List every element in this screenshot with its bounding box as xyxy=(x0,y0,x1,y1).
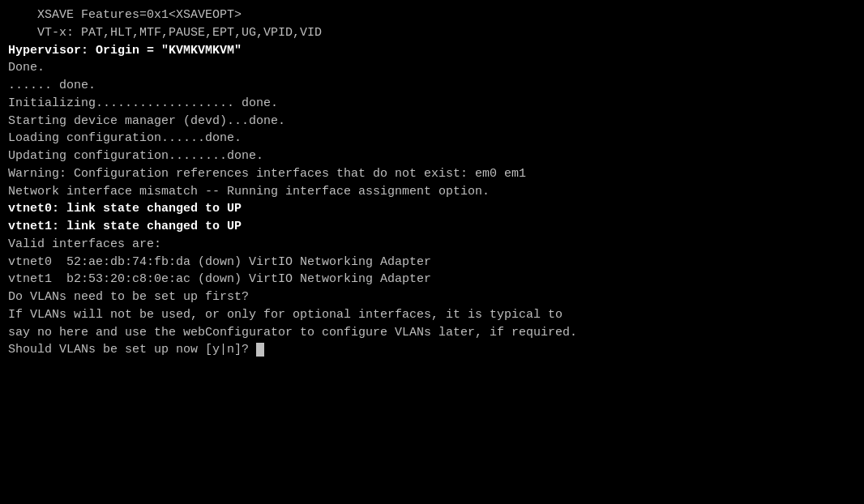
terminal-window[interactable]: XSAVE Features=0x1<XSAVEOPT> VT-x: PAT,H… xyxy=(0,0,864,504)
terminal-line: If VLANs will not be used, or only for o… xyxy=(8,306,856,324)
terminal-line: vtnet1 b2:53:20:c8:0e:ac (down) VirtIO N… xyxy=(8,271,856,288)
terminal-line: vtnet1: link state changed to UP xyxy=(8,218,856,236)
terminal-line: Warning: Configuration references interf… xyxy=(8,165,856,183)
terminal-line: Updating configuration........done. xyxy=(8,147,856,165)
terminal-line: Do VLANs need to be set up first? xyxy=(8,288,856,306)
terminal-line: Valid interfaces are: xyxy=(8,236,856,254)
terminal-line: Should VLANs be set up now [y|n]? xyxy=(8,341,856,359)
terminal-line: say no here and use the webConfigurator … xyxy=(8,324,856,342)
terminal-line: Initializing................... done. xyxy=(8,95,856,113)
terminal-line: Done. xyxy=(8,59,856,77)
terminal-line: Loading configuration......done. xyxy=(8,130,856,147)
terminal-line: vtnet0: link state changed to UP xyxy=(8,200,856,218)
terminal-line: ...... done. xyxy=(8,77,856,95)
terminal-line: XSAVE Features=0x1<XSAVEOPT> xyxy=(8,6,856,24)
terminal-line: Starting device manager (devd)...done. xyxy=(8,113,856,130)
terminal-line: Hypervisor: Origin = "KVMKVMKVM" xyxy=(8,42,856,60)
terminal-line: vtnet0 52:ae:db:74:fb:da (down) VirtIO N… xyxy=(8,254,856,271)
terminal-line: Network interface mismatch -- Running in… xyxy=(8,183,856,201)
terminal-text: Should VLANs be set up now [y|n]? xyxy=(8,343,256,357)
terminal-cursor xyxy=(256,343,264,357)
terminal-line: VT-x: PAT,HLT,MTF,PAUSE,EPT,UG,VPID,VID xyxy=(8,24,856,42)
